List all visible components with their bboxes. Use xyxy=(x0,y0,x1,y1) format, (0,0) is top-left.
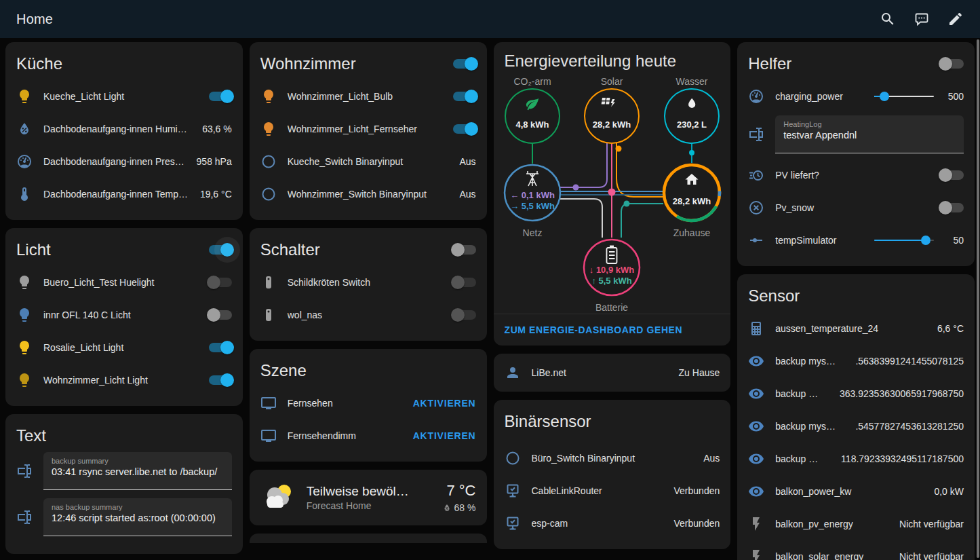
entity-row-balkon-solar-energy[interactable]: balkon_solar_energy Nicht verfügbar xyxy=(748,540,964,560)
entity-value: Aus xyxy=(703,453,720,464)
card-title: Energieverteilung heute xyxy=(494,42,731,72)
toggle-wohnzimmer-licht[interactable] xyxy=(209,375,232,385)
weather-humidity: 68 % xyxy=(442,502,476,513)
toggle-pv-snow[interactable] xyxy=(941,203,964,212)
entity-row-balkon-power[interactable]: balkon_power_kw 0,0 kW xyxy=(748,475,964,508)
edit-dashboard-icon[interactable] xyxy=(947,11,964,27)
toggle-licht-all[interactable] xyxy=(209,245,232,255)
toggle-schildkroeten[interactable] xyxy=(453,278,476,287)
energy-value-solar: 28,2 kWh xyxy=(592,119,630,130)
entity-row-pressure[interactable]: Dachbodenaufgang-innen Pres… 958 hPa xyxy=(16,145,232,178)
entity-row-innr-licht[interactable]: innr OFL 140 C Licht xyxy=(16,299,232,331)
toggle-wz-fernseher[interactable] xyxy=(453,124,476,134)
energy-node-battery[interactable]: ↓ 10,9 kWh ↑ 5,5 kWh xyxy=(584,240,640,295)
weather-condition: Teilweise bewöl… xyxy=(307,484,442,499)
energy-grid-import: ← 0,1 kWh xyxy=(510,190,555,200)
entity-row-pv-liefert[interactable]: PV liefert? xyxy=(748,159,964,191)
energy-dashboard-link[interactable]: ZUM ENERGIE-DASHBOARD GEHEN xyxy=(494,314,731,346)
energy-node-water[interactable]: 230,2 L xyxy=(665,89,719,143)
entity-row-schildkroeten[interactable]: Schildkröten Switch xyxy=(260,266,476,299)
entity-row-rosalie-licht[interactable]: Rosalie_Licht Light xyxy=(16,331,232,364)
entity-row-esp-cam[interactable]: esp-cam Verbunden xyxy=(505,507,720,540)
toggle-schalter-all[interactable] xyxy=(453,245,476,255)
energy-node-solar[interactable]: 28,2 kWh xyxy=(585,89,639,143)
entity-row-wohnzimmer-licht[interactable]: Wohnzimmer_Licht Light xyxy=(16,364,232,396)
scene-name: Fernsehendimm xyxy=(288,430,408,441)
entity-row-temperature[interactable]: Dachbodenaufgang-innen Temp… 19,6 °C xyxy=(16,178,232,210)
entity-row-buero-switch[interactable]: Büro_Switch Binaryinput Aus xyxy=(505,442,720,474)
entity-row-backup-3[interactable]: backup mys… .54577827453613281250 xyxy=(748,410,964,443)
person-state: Zu Hause xyxy=(679,367,720,378)
entity-row-kueche-licht[interactable]: Kueche_Licht Light xyxy=(16,80,232,113)
energy-node-home[interactable]: 28,2 kWh xyxy=(664,165,720,221)
entity-row-pv-snow[interactable]: Pv_snow xyxy=(748,191,964,224)
card-text: Text backup summary 03:41 rsync server.l… xyxy=(5,414,243,554)
card-weather[interactable]: Teilweise bewöl… Forecast Home 7 °C 68 % xyxy=(250,470,487,525)
person-row[interactable]: LiBe.net Zu Hause xyxy=(494,354,731,392)
toggle-innr-licht[interactable] xyxy=(209,310,232,320)
entity-name: charging_power xyxy=(775,91,870,102)
header-actions xyxy=(880,11,964,27)
entity-row-aussen-temperature[interactable]: aussen_temperature_24 6,6 °C xyxy=(748,312,964,345)
energy-node-co2[interactable]: 4,8 kWh xyxy=(505,89,560,143)
scene-row-fernsehendimm[interactable]: Fernsehendimm AKTIVIEREN xyxy=(260,419,476,452)
scene-row-fernsehen[interactable]: Fernsehen AKTIVIEREN xyxy=(260,387,476,419)
toggle-wohnzimmer-all[interactable] xyxy=(453,59,476,69)
toggle-helfer-all[interactable] xyxy=(941,59,964,69)
toggle-rosalie-licht[interactable] xyxy=(209,343,232,352)
humidity-icon xyxy=(442,503,452,512)
slider-value: 50 xyxy=(941,235,964,246)
toggle-kueche-licht[interactable] xyxy=(209,92,232,101)
energy-node-grid[interactable]: ← 0,1 kWh → 5,5 kWh xyxy=(505,165,560,221)
toggle-wol-nas[interactable] xyxy=(453,310,476,320)
entity-row-kueche-switch[interactable]: Kueche_Switch Binaryinput Aus xyxy=(260,145,476,178)
charging-power-slider[interactable] xyxy=(874,90,934,103)
heatinglog-field[interactable]: HeatingLog testvar Appendnl xyxy=(775,115,964,153)
entity-row-cablelinkrouter[interactable]: CableLinkRouter Verbunden xyxy=(505,474,720,507)
person-icon xyxy=(505,365,521,381)
entity-row-buero-licht[interactable]: Buero_Licht_Test Huelight xyxy=(16,266,232,299)
entity-name: aussen_temperature_24 xyxy=(775,323,930,334)
entity-row-backup-1[interactable]: backup mys… .56383991241455078125 xyxy=(748,345,964,377)
entity-row-wz-bulb[interactable]: Wohnzimmer_Licht_Bulb xyxy=(260,80,476,113)
entity-row-tempsimulator[interactable]: tempSimulator 50 xyxy=(748,224,964,257)
tempsimulator-slider[interactable] xyxy=(874,234,934,247)
entity-row-backup-2[interactable]: backup … 363.92353630065917968750 xyxy=(748,377,964,410)
entity-value: 63,6 % xyxy=(202,124,232,134)
card-title: Licht xyxy=(16,240,51,259)
entity-name: balkon_pv_energy xyxy=(775,519,893,529)
backup-summary-field[interactable]: backup summary 03:41 rsync server.libe.n… xyxy=(43,452,232,490)
textbox-icon xyxy=(16,463,33,479)
entity-row-wz-switch[interactable]: Wohnzimmer_Switch Binaryinput Aus xyxy=(260,178,476,210)
entity-name: Rosalie_Licht Light xyxy=(43,342,202,353)
scrollbar[interactable] xyxy=(977,39,979,558)
activate-button[interactable]: AKTIVIEREN xyxy=(408,426,476,445)
eye-icon xyxy=(748,451,764,467)
entity-row-charging-power[interactable]: charging_power 500 xyxy=(748,80,964,113)
entity-row-humidity[interactable]: Dachbodenaufgang-innen Humi… 63,6 % xyxy=(16,113,232,145)
person-name: LiBe.net xyxy=(532,367,672,378)
flash-icon xyxy=(748,548,764,560)
entity-name: balkon_solar_energy xyxy=(775,551,893,560)
entity-row-balkon-pv-energy[interactable]: balkon_pv_energy Nicht verfügbar xyxy=(748,508,964,540)
textbox-icon xyxy=(16,509,33,525)
toggle-wz-bulb[interactable] xyxy=(453,92,476,101)
toggle-pv-liefert[interactable] xyxy=(941,170,964,180)
entity-name: tempSimulator xyxy=(775,235,870,246)
entity-row-backup-4[interactable]: backup … 118.79233932495117187500 xyxy=(748,443,964,475)
entity-name: backup mys… xyxy=(775,356,836,367)
entity-row-wz-fernseher[interactable]: Wohnzimmer_Licht_Fernseher xyxy=(260,113,476,145)
entity-row-wol-nas[interactable]: wol_nas xyxy=(260,299,476,331)
search-icon[interactable] xyxy=(880,11,896,27)
field-value: 12:46 script started as:root (00:00:00) xyxy=(52,512,224,523)
monitor-check-icon xyxy=(505,515,521,531)
dashboard: Küche Kueche_Licht Light Dachbodenaufgan… xyxy=(0,38,980,560)
entity-value: 6,6 °C xyxy=(937,323,964,334)
field-label: HeatingLog xyxy=(783,120,956,128)
entity-value: .54577827453613281250 xyxy=(842,421,964,432)
assist-chat-icon[interactable] xyxy=(914,11,930,27)
activate-button[interactable]: AKTIVIEREN xyxy=(408,394,476,413)
energy-battery-discharge: ↑ 5,5 kWh xyxy=(591,276,631,286)
toggle-buero-licht[interactable] xyxy=(209,278,232,287)
nas-backup-summary-field[interactable]: nas backup summary 12:46 script started … xyxy=(43,498,232,536)
